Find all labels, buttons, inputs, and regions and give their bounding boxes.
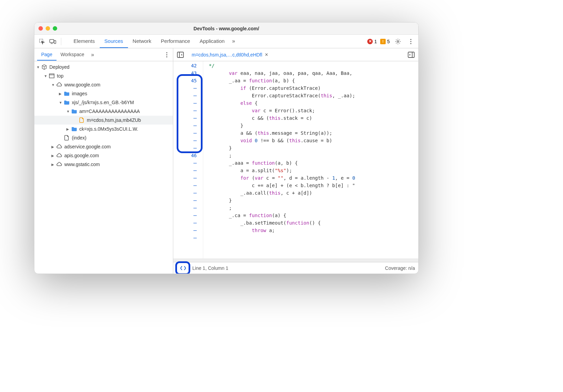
tree-row[interactable]: ▶apis.google.com: [34, 151, 173, 160]
tree-arrow-icon[interactable]: ▼: [51, 83, 55, 87]
editor-open-tab[interactable]: m=cdos,hsm,jsa,…c,dtl0hd,eHDfl ×: [188, 50, 272, 60]
gutter-line[interactable]: –: [173, 99, 203, 107]
tree-row[interactable]: m=cdos,hsm,jsa,mb4ZUb: [34, 116, 173, 125]
svg-point-4: [410, 39, 411, 40]
warnings-badge[interactable]: ! 5: [380, 39, 390, 44]
tree-arrow-icon[interactable]: ▶: [66, 127, 70, 131]
more-tabs-button[interactable]: »: [229, 35, 238, 48]
show-debugger-icon[interactable]: [405, 50, 417, 60]
resize-handle[interactable]: [173, 259, 418, 262]
tab-network[interactable]: Network: [128, 35, 156, 48]
tree-label: am=CAAAAAAAAAAAAAAA: [79, 109, 140, 114]
tab-application[interactable]: Application: [195, 35, 229, 48]
coverage-status: Coverage: n/a: [385, 265, 415, 271]
gutter-line[interactable]: –: [173, 92, 203, 99]
tree-label: images: [72, 91, 87, 96]
gutter-line[interactable]: –: [173, 189, 203, 197]
close-tab-icon[interactable]: ×: [265, 52, 268, 58]
tree-arrow-icon[interactable]: ▼: [44, 74, 48, 78]
navigator-sidebar: Page Workspace » ▼Deployed▼top▼www.googl…: [34, 48, 173, 274]
warning-icon: !: [380, 39, 386, 44]
gutter-line[interactable]: –: [173, 227, 203, 234]
device-toggle-icon[interactable]: [48, 37, 58, 46]
svg-rect-12: [177, 52, 183, 58]
tree-row[interactable]: ▶ck=xjs.s.0Mx5ys3sCUI.L.W.: [34, 125, 173, 133]
tree-label: www.gstatic.com: [64, 162, 100, 167]
nav-tab-workspace[interactable]: Workspace: [57, 49, 89, 61]
code-editor[interactable]: */ var eaa, naa, jaa, oaa, paa, qaa, Aaa…: [203, 61, 418, 259]
tree-row[interactable]: ▶www.gstatic.com: [34, 160, 173, 169]
gutter-line[interactable]: –: [173, 159, 203, 167]
gutter-line[interactable]: –: [173, 137, 203, 144]
nav-tab-page[interactable]: Page: [37, 49, 57, 61]
gutter-line[interactable]: 46: [173, 152, 203, 159]
tree-arrow-icon[interactable]: ▶: [51, 145, 55, 149]
tree-arrow-icon[interactable]: ▼: [66, 110, 70, 113]
kebab-menu-icon[interactable]: [406, 37, 416, 46]
frame-icon: [49, 73, 55, 79]
tree-row[interactable]: ▼www.google.com: [34, 80, 173, 89]
gutter-line[interactable]: –: [173, 212, 203, 219]
line-gutter[interactable]: 424345–––––––––46–––––––––––: [173, 61, 203, 259]
svg-point-7: [166, 52, 167, 53]
nav-more-button[interactable]: »: [88, 49, 97, 61]
gutter-line[interactable]: –: [173, 122, 203, 129]
tree-label: adservice.google.com: [64, 144, 111, 149]
gutter-line[interactable]: 45: [173, 77, 203, 84]
gutter-line[interactable]: –: [173, 129, 203, 137]
svg-point-5: [410, 41, 411, 42]
nav-menu-icon[interactable]: [163, 49, 170, 60]
gutter-line[interactable]: –: [173, 114, 203, 122]
gutter-line[interactable]: –: [173, 107, 203, 114]
editor-pane: m=cdos,hsm,jsa,…c,dtl0hd,eHDfl × 424345–…: [173, 48, 418, 274]
tree-arrow-icon[interactable]: ▼: [36, 65, 41, 69]
tree-arrow-icon[interactable]: ▼: [59, 101, 63, 104]
tree-row[interactable]: ▶images: [34, 89, 173, 98]
gutter-line[interactable]: –: [173, 182, 203, 189]
cloud-icon: [56, 82, 62, 88]
show-navigator-icon[interactable]: [175, 50, 186, 60]
gutter-line[interactable]: –: [173, 219, 203, 227]
svg-point-8: [166, 54, 167, 55]
gutter-line[interactable]: 43: [173, 69, 203, 77]
tree-arrow-icon[interactable]: ▶: [51, 163, 55, 166]
gutter-line[interactable]: –: [173, 234, 203, 242]
folder-icon: [64, 91, 70, 97]
gutter-line[interactable]: –: [173, 144, 203, 152]
tree-label: m=cdos,hsm,jsa,mb4ZUb: [87, 117, 141, 123]
tree-row[interactable]: (index): [34, 133, 173, 142]
tree-label: apis.google.com: [64, 153, 99, 158]
tab-elements[interactable]: Elements: [69, 35, 100, 48]
gutter-line[interactable]: –: [173, 197, 203, 204]
cube-icon: [41, 64, 47, 70]
tree-arrow-icon[interactable]: ▶: [51, 154, 55, 158]
tree-arrow-icon[interactable]: ▶: [59, 92, 63, 96]
tree-row[interactable]: ▼Deployed: [34, 63, 173, 71]
inspect-icon[interactable]: [37, 37, 47, 46]
titlebar: DevTools - www.google.com/: [34, 22, 418, 35]
gutter-line[interactable]: 42: [173, 62, 203, 69]
pretty-print-button[interactable]: [177, 263, 190, 273]
tree-label: (index): [72, 135, 86, 141]
editor-tab-label: m=cdos,hsm,jsa,…c,dtl0hd,eHDfl: [192, 52, 262, 58]
folder-icon: [71, 126, 77, 132]
tab-sources[interactable]: Sources: [100, 35, 128, 48]
svg-rect-14: [408, 52, 414, 58]
settings-icon[interactable]: [393, 37, 403, 46]
tab-performance[interactable]: Performance: [156, 35, 195, 48]
error-icon: ✕: [367, 39, 373, 44]
cloud-icon: [56, 144, 62, 150]
navigator-tabs: Page Workspace »: [34, 48, 173, 61]
svg-point-6: [410, 43, 411, 44]
tree-row[interactable]: ▼xjs/_/js/k=xjs.s.en_GB.-b6YM: [34, 98, 173, 107]
svg-rect-2: [54, 40, 56, 44]
main-toolbar: Elements Sources Network Performance App…: [34, 35, 418, 48]
tree-row[interactable]: ▼am=CAAAAAAAAAAAAAAA: [34, 107, 173, 116]
gutter-line[interactable]: –: [173, 84, 203, 92]
gutter-line[interactable]: –: [173, 167, 203, 174]
tree-row[interactable]: ▶adservice.google.com: [34, 142, 173, 151]
tree-row[interactable]: ▼top: [34, 71, 173, 80]
gutter-line[interactable]: –: [173, 174, 203, 182]
gutter-line[interactable]: –: [173, 204, 203, 212]
errors-badge[interactable]: ✕ 1: [367, 39, 377, 44]
